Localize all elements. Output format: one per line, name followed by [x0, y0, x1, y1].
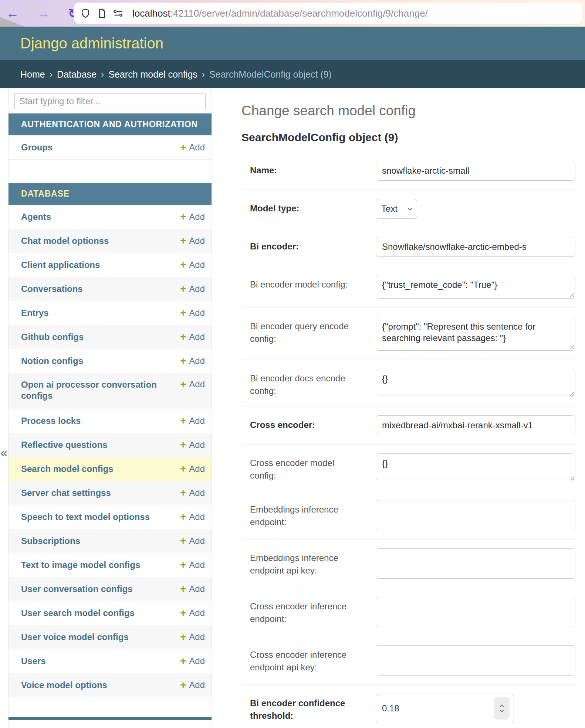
bi-encoder-model-config-textarea[interactable]: {"trust_remote_code": "True"}: [376, 275, 575, 299]
bi-encoder-query-encode-config-textarea[interactable]: {"prompt": "Represent this sentence for …: [376, 317, 575, 351]
add-groups-button[interactable]: +Add: [180, 142, 205, 153]
sidebar-item-process-locks: Process locks +Add: [9, 409, 212, 433]
browser-forward-icon[interactable]: →: [37, 7, 50, 20]
container-tab-icon[interactable]: [112, 8, 124, 19]
sidebar-filter-input[interactable]: [14, 93, 206, 109]
spinner-down-icon[interactable]: [500, 708, 504, 712]
field-row-model-type: Model type: Text: [241, 190, 576, 228]
section-auth-header[interactable]: AUTHENTICATION AND AUTHORIZATION: [9, 113, 212, 135]
cross-encoder-inference-endpoint-input[interactable]: [376, 597, 575, 627]
collapse-sidebar-icon[interactable]: «: [0, 445, 7, 460]
section-database-header[interactable]: DATABASE: [9, 183, 212, 205]
sidebar-link[interactable]: Speech to text model optionss: [21, 511, 150, 523]
field-label: Cross encoder model config:: [250, 453, 361, 482]
name-input[interactable]: [376, 161, 575, 181]
url-text[interactable]: localhost:42110/server/admin/database/se…: [132, 8, 428, 19]
sidebar-link[interactable]: Reflective questions: [21, 439, 107, 450]
page-title: Change search model config: [241, 103, 576, 119]
plus-icon: +: [180, 609, 186, 618]
plus-icon: +: [180, 237, 186, 245]
sidebar-item-search-model-configs: Search model configs +Add: [9, 457, 212, 481]
sidebar-link[interactable]: Entrys: [21, 307, 49, 319]
cross-encoder-model-config-textarea[interactable]: {}: [376, 453, 575, 480]
add-button[interactable]: +Add: [180, 212, 205, 222]
sidebar-link[interactable]: Process locks: [21, 415, 81, 426]
plus-icon: +: [180, 561, 186, 569]
sidebar-link[interactable]: Client applications: [21, 259, 100, 271]
shield-icon[interactable]: [80, 8, 91, 19]
embeddings-inference-endpoint-api-key-input[interactable]: [376, 548, 575, 579]
sidebar-link-current[interactable]: Search model configs: [21, 463, 113, 474]
add-button[interactable]: +Add: [180, 488, 205, 498]
sidebar-link[interactable]: Groups: [21, 142, 53, 153]
add-button[interactable]: +Add: [180, 560, 205, 570]
add-button[interactable]: +Add: [180, 512, 205, 522]
sidebar-link[interactable]: Text to image model configs: [21, 559, 140, 571]
chevron-down-icon: [408, 206, 412, 211]
breadcrumb-home[interactable]: Home: [20, 69, 45, 80]
sidebar-link[interactable]: User conversation configs: [21, 584, 132, 595]
sidebar-link[interactable]: Server chat settingss: [21, 487, 111, 499]
add-button[interactable]: +Add: [180, 332, 205, 342]
sidebar-item-groups: Groups +Add: [9, 135, 212, 159]
add-button[interactable]: +Add: [180, 536, 205, 546]
sidebar-link[interactable]: Voice model options: [21, 680, 107, 691]
cross-encoder-inference-endpoint-api-key-input[interactable]: [376, 645, 575, 676]
plus-icon: +: [180, 681, 186, 690]
model-type-select[interactable]: Text: [376, 199, 417, 219]
sidebar-link[interactable]: Conversations: [21, 283, 83, 295]
sidebar-empty-row: [9, 697, 212, 717]
bi-encoder-docs-encode-config-textarea[interactable]: {}: [376, 369, 575, 395]
number-spinner[interactable]: [494, 697, 510, 720]
add-button[interactable]: +Add: [180, 440, 205, 450]
bi-encoder-confidence-threshold-input[interactable]: 0.18: [376, 694, 514, 723]
field-row-name: Name:: [241, 152, 576, 190]
add-button[interactable]: +Add: [180, 308, 205, 318]
field-row-cross-encoder: Cross encoder:: [241, 406, 576, 444]
bi-encoder-input[interactable]: [376, 237, 575, 257]
sidebar-link[interactable]: Notion configs: [21, 356, 83, 367]
field-row-cross-encoder-inference-endpoint-api-key: Cross encoder inference endpoint api key…: [241, 636, 576, 684]
address-bar[interactable]: localhost:42110/server/admin/database/se…: [74, 3, 582, 24]
field-row-embeddings-inference-endpoint-api-key: Embeddings inference endpoint api key:: [241, 539, 576, 588]
plus-icon: +: [180, 333, 186, 341]
field-row-bi-encoder-confidence-threshold: Bi encoder confidence threshold: 0.18: [241, 684, 576, 728]
add-button[interactable]: +Add: [180, 236, 205, 246]
sidebar-link[interactable]: User search model configs: [21, 608, 135, 619]
add-button[interactable]: +Add: [180, 608, 205, 618]
sidebar-link[interactable]: Subscriptions: [21, 535, 80, 547]
breadcrumb-separator: ›: [50, 69, 53, 80]
sidebar-link[interactable]: User voice model configs: [21, 632, 129, 643]
field-label: Model type:: [250, 199, 361, 219]
field-label: Cross encoder inference endpoint api key…: [250, 645, 361, 676]
page-info-icon[interactable]: [96, 8, 107, 19]
add-button[interactable]: +Add: [180, 284, 205, 294]
sidebar-link[interactable]: Chat model optionss: [21, 235, 109, 246]
sidebar-link[interactable]: Open ai processor conversation configs: [21, 379, 158, 401]
add-button[interactable]: +Add: [180, 356, 205, 366]
breadcrumb-database[interactable]: Database: [57, 69, 97, 80]
nav-sidebar: AUTHENTICATION AND AUTHORIZATION Groups …: [8, 88, 212, 728]
sidebar-item-user-search-model-configs: User search model configs +Add: [9, 601, 212, 625]
add-button[interactable]: +Add: [180, 260, 205, 270]
sidebar-link[interactable]: Github configs: [21, 331, 84, 343]
field-label: Embeddings inference endpoint api key:: [250, 548, 361, 579]
browser-back-icon[interactable]: ←: [6, 7, 19, 20]
cross-encoder-input[interactable]: [376, 415, 575, 435]
add-button[interactable]: +Add: [180, 680, 205, 690]
sidebar-link[interactable]: Agents: [21, 211, 51, 222]
breadcrumb-search-model-configs[interactable]: Search model configs: [108, 69, 197, 80]
site-title[interactable]: Django administration: [20, 35, 163, 52]
sidebar-empty-row: [9, 159, 212, 183]
plus-icon: +: [180, 416, 186, 425]
add-button[interactable]: +Add: [180, 584, 205, 594]
sidebar-link[interactable]: Users: [21, 656, 46, 667]
add-button[interactable]: +Add: [180, 632, 205, 642]
add-button[interactable]: +Add: [180, 416, 205, 426]
browser-chrome: ← → ↻ localhost:42110/server/admin/datab…: [0, 0, 585, 27]
sidebar-toggle-strip[interactable]: «: [0, 88, 8, 728]
add-button[interactable]: +Add: [180, 464, 205, 474]
embeddings-inference-endpoint-input[interactable]: [376, 500, 575, 530]
add-button[interactable]: +Add: [180, 656, 205, 666]
add-button[interactable]: +Add: [180, 379, 205, 389]
